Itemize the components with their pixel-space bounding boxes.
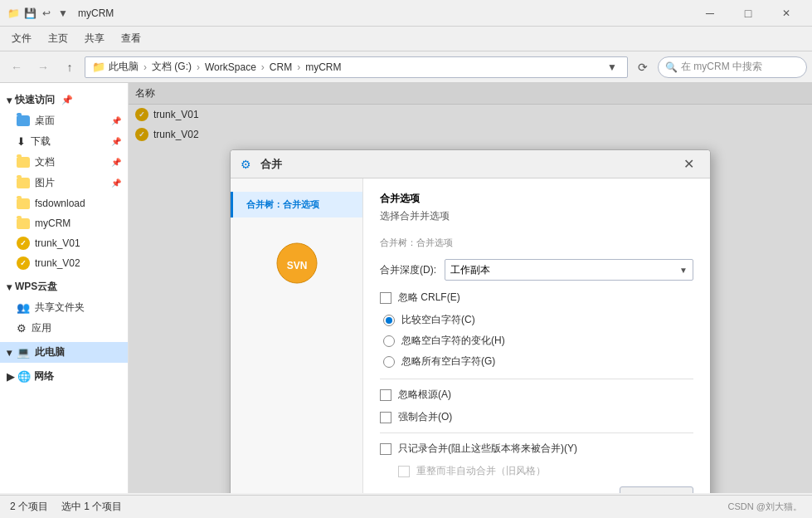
dialog-body: 合并树：合并选项 SVN 合并选项 [231,178,710,493]
sidebar-quickaccess-label: 快速访问 [15,93,55,107]
folder-icon [17,115,30,126]
radio-compare-whitespace[interactable] [383,315,395,326]
sidebar-item-download[interactable]: ⬇ 下载 📌 [0,131,128,152]
main-layout: ▾ 快速访问 📌 桌面 📌 ⬇ 下载 📌 文档 📌 图片 [0,83,812,493]
sidebar-item-fsdownload[interactable]: fsdownload [0,193,128,213]
depth-select[interactable]: 工作副本 ▼ [445,259,693,281]
checkbox-ignore-crlf[interactable] [380,292,391,304]
sidebar-item-trunkv01[interactable]: ✓ trunk_V01 [0,233,128,253]
dialog-heading: 合并选项 [380,192,693,206]
checkbox-force-merge-label[interactable]: 强制合并(O) [398,410,452,424]
item-count: 2 个项目 [10,500,48,514]
sidebar-label-desktop: 桌面 [35,114,55,128]
pin-badge3: 📌 [111,158,121,167]
checkbox-record-only-label[interactable]: 只记录合并(阻止这些版本将来被合并)(Y) [398,442,577,456]
address-bar[interactable]: 📁 此电脑 › 文档 (G:) › WorkSpace › CRM › myCR… [85,56,628,78]
checkbox-record-only[interactable] [380,443,391,455]
checkbox-ignore-root-label[interactable]: 忽略根源(A) [398,388,451,402]
chevron-wps-icon: ▾ [7,281,12,293]
sidebar-label-mycrm: myCRM [35,217,71,229]
checkbox-record-only-row: 只记录合并(阻止这些版本将来被合并)(Y) [380,442,693,456]
save-icon[interactable]: 💾 [23,7,36,20]
chevron-network-icon: ▶ [7,371,14,383]
sidebar-item-apps[interactable]: ⚙ 应用 [0,318,128,339]
window-controls: ─ □ ✕ [691,0,805,27]
sidebar-label-trunkv02: trunk_V02 [35,257,80,269]
sidebar-item-trunkv02[interactable]: ✓ trunk_V02 [0,253,128,273]
toolbar: ← → ↑ 📁 此电脑 › 文档 (G:) › WorkSpace › CRM … [0,51,812,83]
sidebar-label-download: 下载 [31,134,51,149]
close-button[interactable]: ✕ [767,0,805,27]
pin-badge: 📌 [111,116,121,125]
radio-ignore-all-ws[interactable] [383,356,395,368]
dialog-title-icon: ⚙ [241,158,254,171]
menu-home[interactable]: 主页 [40,28,76,49]
title-bar: 📁 💾 ↩ ▼ myCRM ─ □ ✕ [0,0,812,27]
address-part-mycrm: myCRM [305,61,341,73]
minimize-button[interactable]: ─ [691,0,729,27]
menu-view[interactable]: 查看 [113,28,149,49]
sidebar-label-trunkv01: trunk_V01 [35,237,80,249]
checkbox-ignore-crlf-label[interactable]: 忽略 CRLF(E) [398,291,460,305]
window-title: myCRM [78,7,114,19]
checkbox-force-merge[interactable] [380,412,391,423]
sidebar-item-mycrm[interactable]: myCRM [0,213,128,233]
up-button[interactable]: ↑ [58,56,81,79]
download-icon: ⬇ [17,135,26,148]
folder-docs-icon [17,157,30,168]
sidebar-item-docs[interactable]: 文档 📌 [0,152,128,173]
sidebar-item-pics[interactable]: 图片 📌 [0,173,128,193]
menu-file[interactable]: 文件 [3,28,40,49]
status-bar: 2 个项目 选中 1 个项目 CSDN @刘大猫。 [0,495,812,518]
search-bar[interactable]: 🔍 在 myCRM 中搜索 [658,56,807,78]
dialog-close-button[interactable]: ✕ [677,153,700,176]
redo-dropdown-icon[interactable]: ▼ [56,7,70,20]
title-bar-icons: 📁 💾 ↩ ▼ [7,7,70,20]
svn-logo-icon: SVN [276,242,318,284]
sidebar-item-thispc[interactable]: ▾ 💻 此电脑 [0,342,128,363]
sidebar-label-network: 网络 [34,369,54,384]
window-icon: 📁 [7,7,20,20]
address-part-crm: CRM [270,61,292,73]
pin-badge4: 📌 [111,178,121,188]
sidebar-label-docs: 文档 [35,155,55,169]
sidebar-header-network[interactable]: ▶ 🌐 网络 [0,366,128,387]
radio-ignore-ws-change-label[interactable]: 忽略空白字符的变化(H) [401,334,505,348]
content-area: 名称 ✓ trunk_V01 ✓ trunk_V02 ⚙ 合并 ✕ [129,83,812,493]
sidebar-item-shared-folder[interactable]: 👥 共享文件夹 [0,297,128,318]
radio-ignore-ws-change[interactable] [383,335,395,347]
address-folder-icon: 📁 [92,61,105,73]
checkbox-ignore-crlf-row: 忽略 CRLF(E) [380,291,693,305]
svn-icon-1: ✓ [17,237,30,250]
back-button[interactable]: ← [5,56,28,79]
depth-row: 合并深度(D): 工作副本 ▼ [380,259,693,281]
chevron-thispc-icon: ▾ [7,347,12,359]
menu-share[interactable]: 共享 [76,28,113,49]
undo-icon[interactable]: ↩ [40,7,53,20]
test-merge-button[interactable]: 测试合并(I) [620,486,693,493]
sidebar-section-quickaccess: ▾ 快速访问 📌 桌面 📌 ⬇ 下载 📌 文档 📌 图片 [0,90,128,273]
svg-text:SVN: SVN [286,260,307,271]
search-icon: 🔍 [665,61,678,73]
sidebar-item-desktop[interactable]: 桌面 📌 [0,110,128,131]
radio-ignore-all-ws-label[interactable]: 忽略所有空白字符(G) [401,354,495,369]
refresh-button[interactable]: ⟳ [631,56,654,79]
address-part-computer: 此电脑 [109,60,139,74]
shared-folder-icon: 👥 [17,301,30,314]
address-dropdown-arrow[interactable]: ▼ [604,61,620,73]
dialog-breadcrumb: 合并树：合并选项 [380,237,693,249]
radio-compare-whitespace-row: 比较空白字符(C) [383,313,693,327]
search-placeholder: 在 myCRM 中搜索 [681,60,762,74]
folder-pics-icon [17,178,30,188]
sidebar-header-quickaccess[interactable]: ▾ 快速访问 📌 [0,90,128,110]
sidebar-section-thispc: ▾ 💻 此电脑 [0,342,128,363]
checkbox-reintegrate [398,466,410,477]
sidebar-header-wps[interactable]: ▾ WPS云盘 [0,276,128,297]
checkbox-ignore-root[interactable] [380,389,391,401]
forward-button[interactable]: → [32,56,55,79]
radio-compare-whitespace-label[interactable]: 比较空白字符(C) [401,313,475,327]
depth-label: 合并深度(D): [380,263,436,277]
maximize-button[interactable]: □ [729,0,767,27]
dialog-sidebar-merge-options[interactable]: 合并树：合并选项 [231,192,362,217]
dialog-sidebar-merge-label: 合并树：合并选项 [246,198,349,211]
